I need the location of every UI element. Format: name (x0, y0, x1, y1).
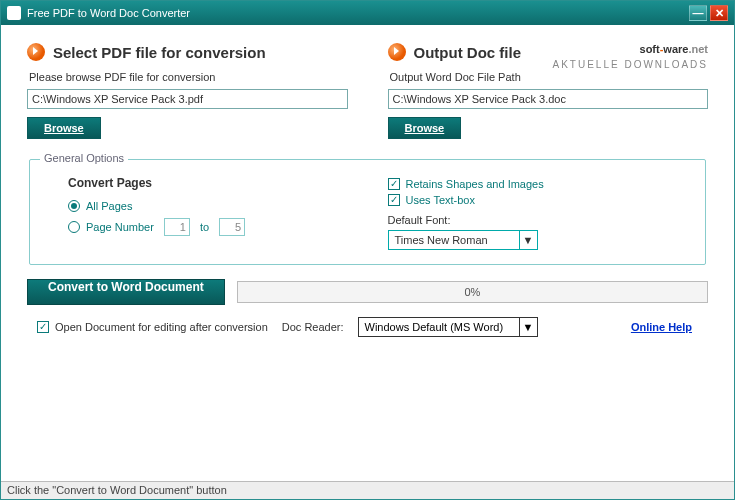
open-after-label: Open Document for editing after conversi… (55, 321, 268, 333)
input-label: Please browse PDF file for conversion (29, 71, 346, 83)
brand-subtitle: AKTUELLE DOWNLOADS (553, 59, 708, 70)
checkbox-icon (37, 321, 49, 333)
content-area: soft-ware.net AKTUELLE DOWNLOADS Select … (1, 25, 734, 481)
output-path-field[interactable] (388, 89, 709, 109)
radio-page-number[interactable]: Page Number to (68, 218, 348, 236)
status-bar: Click the "Convert to Word Document" but… (1, 481, 734, 499)
arrow-icon (27, 43, 45, 61)
page-from-field[interactable] (164, 218, 190, 236)
output-label: Output Word Doc File Path (390, 71, 707, 83)
online-help-link[interactable]: Online Help (631, 321, 692, 333)
select-value: Times New Roman (389, 234, 519, 246)
progress-bar: 0% (237, 281, 708, 303)
convert-pages-label: Convert Pages (68, 176, 348, 190)
convert-button[interactable]: Convert to Word Document (27, 279, 225, 305)
radio-icon (68, 221, 80, 233)
chevron-down-icon: ▼ (519, 231, 537, 249)
textbox-checkbox[interactable]: Uses Text-box (388, 194, 688, 206)
to-label: to (200, 221, 209, 233)
app-window: Free PDF to Word Doc Converter — ✕ soft-… (0, 0, 735, 500)
input-path-field[interactable] (27, 89, 348, 109)
textbox-label: Uses Text-box (406, 194, 476, 206)
options-legend: General Options (40, 152, 128, 164)
default-font-label: Default Font: (388, 214, 688, 226)
output-heading: Output Doc file (414, 44, 522, 61)
close-button[interactable]: ✕ (710, 5, 728, 21)
app-icon (7, 6, 21, 20)
radio-icon (68, 200, 80, 212)
select-value: Windows Default (MS Word) (359, 321, 519, 333)
page-to-field[interactable] (219, 218, 245, 236)
doc-reader-label: Doc Reader: (282, 321, 344, 333)
watermark: soft-ware.net AKTUELLE DOWNLOADS (553, 31, 708, 70)
retain-label: Retains Shapes and Images (406, 178, 544, 190)
brand-net: net (692, 43, 709, 55)
input-section: Select PDF file for conversion Please br… (27, 43, 348, 139)
minimize-button[interactable]: — (689, 5, 707, 21)
general-options-group: General Options Convert Pages All Pages … (29, 159, 706, 265)
retain-shapes-checkbox[interactable]: Retains Shapes and Images (388, 178, 688, 190)
titlebar[interactable]: Free PDF to Word Doc Converter — ✕ (1, 1, 734, 25)
browse-output-button[interactable]: Browse (388, 117, 462, 139)
window-title: Free PDF to Word Doc Converter (27, 7, 190, 19)
checkbox-icon (388, 194, 400, 206)
chevron-down-icon: ▼ (519, 318, 537, 336)
checkbox-icon (388, 178, 400, 190)
radio-all-pages[interactable]: All Pages (68, 200, 348, 212)
all-pages-label: All Pages (86, 200, 132, 212)
arrow-icon (388, 43, 406, 61)
browse-input-button[interactable]: Browse (27, 117, 101, 139)
page-number-label: Page Number (86, 221, 154, 233)
doc-reader-select[interactable]: Windows Default (MS Word) ▼ (358, 317, 538, 337)
open-after-checkbox[interactable]: Open Document for editing after conversi… (37, 321, 268, 333)
brand-soft: soft (640, 43, 660, 55)
input-heading: Select PDF file for conversion (53, 44, 266, 61)
brand-ware: ware (663, 43, 688, 55)
default-font-select[interactable]: Times New Roman ▼ (388, 230, 538, 250)
